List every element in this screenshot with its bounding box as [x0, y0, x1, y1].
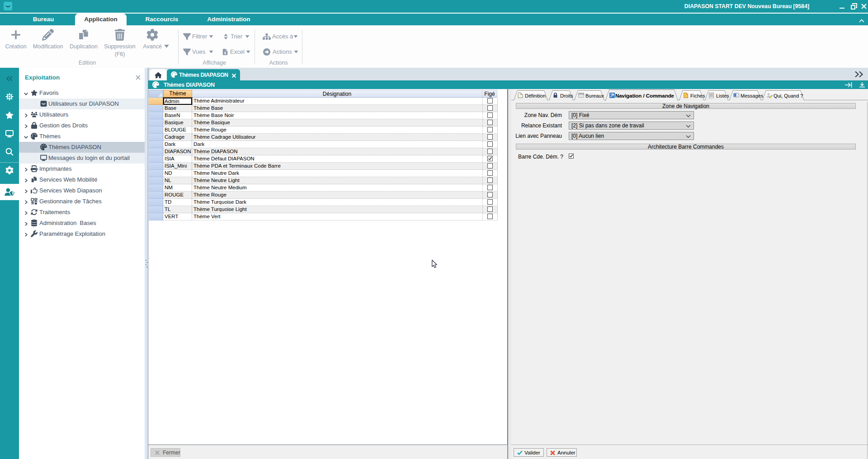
theme-cell[interactable]: TD	[163, 199, 192, 206]
details-tab-bureaux[interactable]: Bureaux	[574, 90, 604, 100]
nav-item-favoris[interactable]: Favoris	[19, 88, 145, 98]
fige-cell[interactable]	[483, 148, 498, 155]
row-selector-cell[interactable]	[149, 148, 163, 155]
theme-cell[interactable]: ND	[163, 170, 192, 177]
fige-checkbox[interactable]	[487, 206, 493, 212]
details-splitter[interactable]	[508, 89, 511, 459]
column-header-fige[interactable]: Figé	[482, 90, 497, 98]
chevron-right-icon[interactable]	[24, 209, 28, 217]
theme-cell[interactable]: BLOUGE	[163, 126, 192, 134]
chevron-right-icon[interactable]	[24, 231, 28, 239]
row-selector-cell[interactable]	[149, 112, 163, 119]
table-row-nd[interactable]: NDThème Neutre Dark	[149, 170, 497, 177]
fige-cell[interactable]	[483, 112, 498, 119]
chevron-right-icon[interactable]	[24, 122, 28, 131]
tab-close-icon[interactable]	[231, 72, 236, 80]
theme-cell[interactable]: Base	[163, 105, 192, 112]
designation-cell[interactable]: Thème Turquoise Dark	[192, 199, 483, 206]
chevron-right-icon[interactable]	[24, 177, 28, 185]
fige-cell[interactable]	[483, 199, 498, 206]
theme-cell[interactable]: ISIA	[163, 155, 192, 163]
home-tab[interactable]	[150, 69, 167, 80]
designation-cell[interactable]: Dark	[192, 141, 483, 148]
sidebar-gear2-icon[interactable]	[0, 162, 19, 178]
nav-close-icon[interactable]	[136, 74, 141, 82]
fige-cell[interactable]	[483, 141, 498, 148]
table-corner-header[interactable]	[149, 90, 163, 98]
chevron-down-icon[interactable]	[24, 133, 28, 141]
fige-checkbox[interactable]	[487, 127, 493, 132]
nav-item-gestion-des-droits[interactable]: Gestion des Droits	[19, 120, 145, 131]
table-row-isia[interactable]: ISIAThème Défaut DIAPASON	[149, 155, 497, 163]
nav-item-messages-du-login-et-du-portail[interactable]: Messages du login et du portail	[19, 153, 145, 164]
ribbon-button-filtrer[interactable]: Filtrer	[183, 31, 215, 42]
nav-item-utilisateurs[interactable]: Utilisateurs	[19, 109, 145, 120]
designation-cell[interactable]: Thème Vert	[192, 213, 483, 220]
fige-checkbox[interactable]	[487, 141, 493, 147]
fige-cell[interactable]	[483, 105, 498, 112]
theme-cell[interactable]: Admin	[163, 98, 192, 105]
designation-cell[interactable]: Thème Cadrage Utilisateur	[192, 134, 483, 141]
row-selector-cell[interactable]	[149, 155, 163, 163]
field-combo-2[interactable]: [0] Aucun lien	[569, 132, 694, 140]
ribbon-button-cr-ation[interactable]: Création	[0, 29, 32, 50]
fermer-button[interactable]: Fermer	[151, 448, 180, 457]
fige-checkbox[interactable]	[487, 112, 493, 118]
theme-cell[interactable]: ROUGE	[163, 192, 192, 199]
theme-cell[interactable]: Cadrage	[163, 134, 192, 141]
designation-cell[interactable]: Thème Rouge	[192, 192, 483, 199]
ribbon-button-excel[interactable]: Excel	[222, 47, 252, 57]
nav-item-traitements[interactable]: Traitements	[19, 207, 145, 218]
fige-checkbox[interactable]	[487, 163, 493, 169]
table-row-base[interactable]: BaseThème Base	[149, 105, 497, 112]
chevron-right-icon[interactable]	[24, 220, 28, 228]
ribbon-button-acc-s-[interactable]: Accès à	[263, 31, 300, 42]
close-window-button[interactable]	[859, 0, 868, 13]
nav-item-services-web-diapason[interactable]: Services Web Diapason	[19, 185, 145, 196]
chevron-down-icon[interactable]	[24, 90, 28, 98]
ribbon-button-duplication[interactable]: Duplication	[67, 29, 100, 50]
nav-item-administration-bases[interactable]: Administration Bases	[19, 218, 145, 229]
fige-cell[interactable]	[483, 155, 498, 163]
row-selector-cell[interactable]	[149, 206, 163, 213]
details-tab-listes[interactable]: Listes	[705, 90, 728, 100]
row-selector-cell[interactable]	[149, 199, 163, 206]
fige-cell[interactable]	[483, 126, 498, 134]
fige-checkbox[interactable]	[487, 199, 493, 205]
table-row-basique[interactable]: BasiqueThème Basique	[149, 119, 497, 126]
fige-checkbox[interactable]	[487, 185, 493, 190]
table-row-nl[interactable]: NLThème Neutre Light	[149, 177, 497, 184]
row-selector-cell[interactable]	[149, 105, 163, 112]
details-tab-qui-quand-[interactable]: Qui, Quand ?	[762, 90, 804, 100]
table-row-nm[interactable]: NMThème Neutre Medium	[149, 184, 497, 192]
row-selector-cell[interactable]	[149, 119, 163, 126]
column-header-theme[interactable]: Thème	[163, 90, 192, 98]
pin-panel-icon[interactable]	[845, 81, 854, 89]
panel-splitter[interactable]	[145, 68, 148, 459]
ribbon-button-vues[interactable]: Vues	[183, 47, 215, 57]
details-tab-d-finition[interactable]: Définition	[514, 90, 548, 100]
row-selector-cell[interactable]	[149, 141, 163, 148]
theme-cell[interactable]: DIAPASON	[163, 148, 192, 155]
designation-cell[interactable]: Thème Neutre Dark	[192, 170, 483, 177]
designation-cell[interactable]: Thème Base Noir	[192, 112, 483, 119]
designation-cell[interactable]: Thème PDA et Terminaux Code Barre	[192, 163, 483, 170]
fige-checkbox[interactable]	[487, 178, 493, 183]
theme-cell[interactable]: BaseN	[163, 112, 192, 119]
row-selector-cell[interactable]	[149, 98, 163, 105]
fige-checkbox[interactable]	[487, 149, 493, 154]
row-selector-cell[interactable]	[149, 134, 163, 141]
fige-cell[interactable]	[483, 119, 498, 126]
fige-cell[interactable]	[483, 213, 498, 220]
row-selector-cell[interactable]	[149, 163, 163, 170]
table-row-rouge[interactable]: ROUGEThème Rouge	[149, 192, 497, 199]
fige-cell[interactable]	[483, 163, 498, 170]
ribbon-button-trier[interactable]: Trier	[222, 31, 251, 42]
ribbon-tab-application[interactable]: Application	[75, 14, 127, 25]
restore-button[interactable]	[849, 0, 859, 13]
nav-item-services-web-mobilit-[interactable]: Services Web Mobilité	[19, 174, 145, 185]
nav-item-imprimantes[interactable]: Imprimantes	[19, 164, 145, 174]
theme-cell[interactable]: Dark	[163, 141, 192, 148]
sidebar-search-icon[interactable]	[0, 144, 19, 160]
details-tab-navigation-commande[interactable]: Navigation / Commande	[605, 89, 678, 101]
